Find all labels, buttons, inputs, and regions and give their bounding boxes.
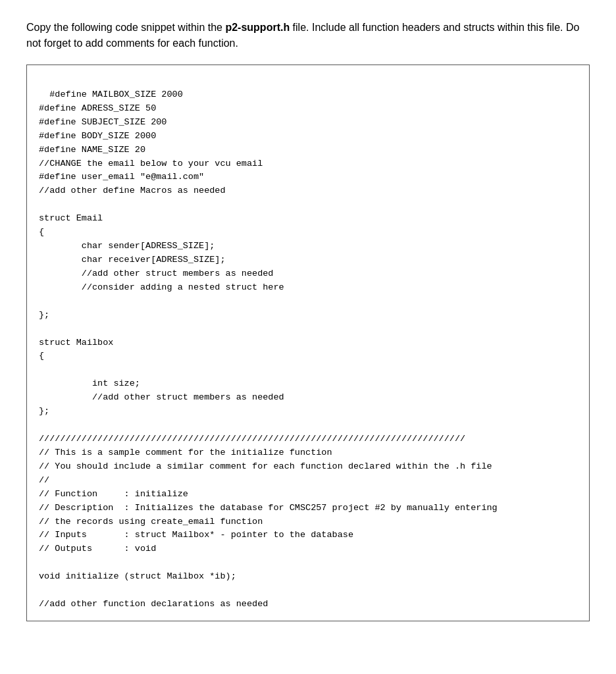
code-snippet-box: #define MAILBOX_SIZE 2000 #define ADRESS…: [26, 65, 590, 621]
intro-paragraph: Copy the following code snippet within t…: [26, 20, 590, 51]
intro-bold-filename: p2-support.h: [225, 22, 290, 33]
intro-text-before-bold: Copy the following code snippet within t…: [26, 22, 225, 33]
code-content: #define MAILBOX_SIZE 2000 #define ADRESS…: [39, 90, 498, 609]
